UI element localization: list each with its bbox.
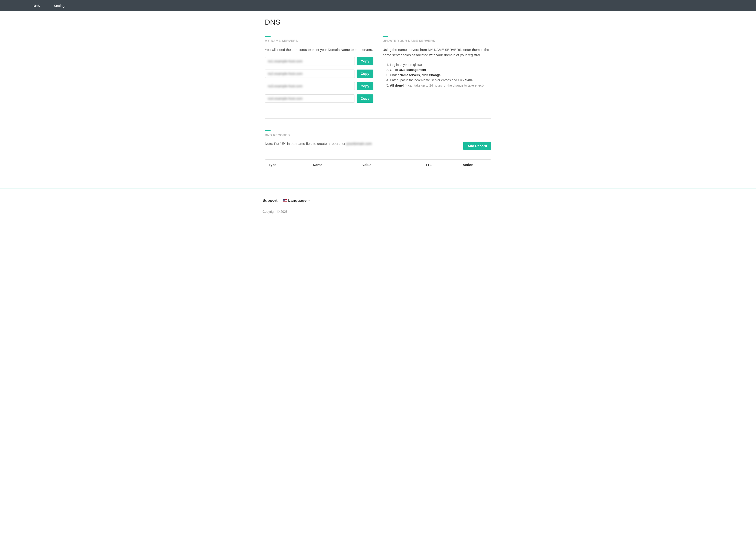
copy-button-1[interactable]: Copy [356,57,374,65]
add-record-button[interactable]: Add Record [463,142,491,150]
table-header-type: Type [269,163,313,167]
section-divider [265,118,491,119]
nameserver-field-1[interactable]: ns1.example-host.com [265,57,355,65]
navbar: DNS Settings [0,0,756,11]
copy-button-4[interactable]: Copy [356,94,374,103]
table-header-action: Action [449,163,487,167]
update-name-servers-section: UPDATE YOUR NAME SERVERS Using the name … [383,36,491,107]
support-link[interactable]: Support [262,198,278,203]
update-name-servers-desc: Using the name servers from MY NAME SERV… [383,47,491,58]
dns-records-section: DNS RECORDS Note: Put "@" in the name fi… [265,130,491,170]
table-header-ttl: TTL [408,163,449,167]
my-name-servers-title: MY NAME SERVERS [265,39,373,42]
copy-button-2[interactable]: Copy [356,69,374,78]
nameserver-field-3[interactable]: ns3.example-host.com [265,82,355,90]
section-accent-bar [383,36,388,37]
my-name-servers-desc: You will need these records to point you… [265,47,373,53]
page-title: DNS [265,18,491,27]
nav-settings-link[interactable]: Settings [54,4,66,8]
nameserver-row: ns2.example-host.com Copy [265,69,373,78]
copyright-text: Copyright © 2023 [262,210,494,213]
update-step-4: Enter / paste the new Name Server entrie… [390,78,491,83]
update-step-3: Under Nameservers, click Change [390,72,491,78]
table-header-name: Name [313,163,363,167]
nav-dns-link[interactable]: DNS [33,4,40,8]
section-accent-bar [265,36,271,37]
footer: Support Language ▼ Copyright © 2023 [262,189,494,223]
update-step-1: Log in at your registrar [390,62,491,67]
update-step-2: Go to DNS Management [390,67,491,72]
copy-button-3[interactable]: Copy [356,82,374,90]
nameserver-row: ns4.example-host.com Copy [265,94,373,103]
table-header-value: Value [363,163,408,167]
language-label: Language [288,198,307,203]
dns-records-title: DNS RECORDS [265,133,491,137]
chevron-down-icon: ▼ [308,199,310,202]
nameserver-row: ns3.example-host.com Copy [265,82,373,90]
dns-records-note: Note: Put "@" in the name field to creat… [265,142,372,146]
nameserver-row: ns1.example-host.com Copy [265,57,373,65]
update-step-5: All done! (it can take up to 24 hours fo… [390,83,491,88]
table-header-row: Type Name Value TTL Action [265,159,491,170]
language-selector[interactable]: Language ▼ [283,198,310,203]
nameserver-field-2[interactable]: ns2.example-host.com [265,69,355,78]
nameserver-field-4[interactable]: ns4.example-host.com [265,94,355,103]
section-accent-bar [265,130,271,131]
flag-us-icon [283,199,287,202]
dns-records-table: Type Name Value TTL Action [265,159,491,170]
update-steps-list: Log in at your registrar Go to DNS Manag… [383,62,491,88]
update-name-servers-title: UPDATE YOUR NAME SERVERS [383,39,491,42]
my-name-servers-section: MY NAME SERVERS You will need these reco… [265,36,373,107]
